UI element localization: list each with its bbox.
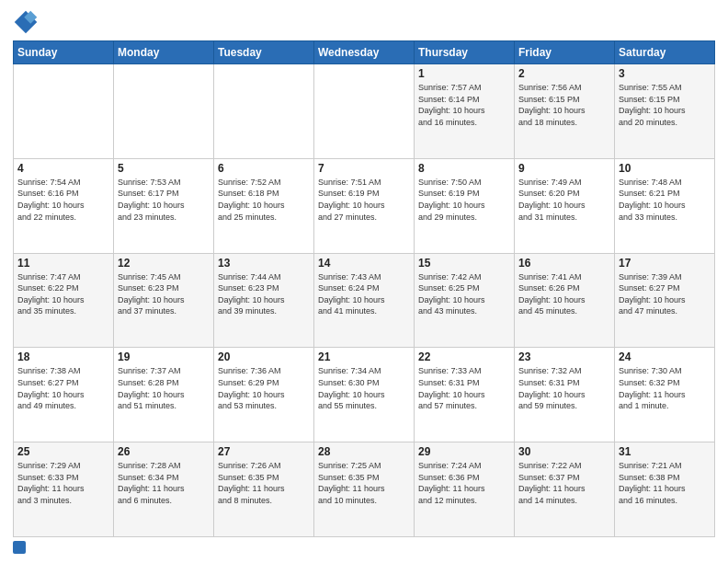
day-number: 12 — [118, 257, 210, 270]
day-number: 29 — [418, 445, 510, 458]
day-number: 4 — [17, 162, 109, 175]
day-number: 20 — [218, 350, 310, 363]
day-number: 26 — [118, 445, 210, 458]
calendar-table: SundayMondayTuesdayWednesdayThursdayFrid… — [13, 40, 715, 537]
day-number: 17 — [619, 257, 711, 270]
day-info: Sunrise: 7:24 AM Sunset: 6:36 PM Dayligh… — [418, 460, 510, 506]
logo-icon — [13, 9, 39, 35]
calendar-cell: 6Sunrise: 7:52 AM Sunset: 6:18 PM Daylig… — [214, 158, 314, 253]
day-number: 10 — [619, 162, 711, 175]
calendar-cell: 27Sunrise: 7:26 AM Sunset: 6:35 PM Dayli… — [214, 442, 314, 537]
day-info: Sunrise: 7:47 AM Sunset: 6:22 PM Dayligh… — [17, 271, 109, 317]
day-info: Sunrise: 7:28 AM Sunset: 6:34 PM Dayligh… — [118, 460, 210, 506]
logo — [13, 9, 42, 35]
day-number: 31 — [619, 445, 711, 458]
calendar-week-row: 1Sunrise: 7:57 AM Sunset: 6:14 PM Daylig… — [14, 64, 715, 159]
day-info: Sunrise: 7:25 AM Sunset: 6:35 PM Dayligh… — [318, 460, 410, 506]
day-number: 18 — [17, 350, 109, 363]
day-number: 1 — [418, 67, 510, 80]
calendar-cell: 5Sunrise: 7:53 AM Sunset: 6:17 PM Daylig… — [114, 158, 214, 253]
calendar-cell: 13Sunrise: 7:44 AM Sunset: 6:23 PM Dayli… — [214, 253, 314, 348]
calendar-header-saturday: Saturday — [615, 41, 715, 64]
calendar-cell: 21Sunrise: 7:34 AM Sunset: 6:30 PM Dayli… — [314, 348, 415, 442]
calendar-cell: 28Sunrise: 7:25 AM Sunset: 6:35 PM Dayli… — [314, 442, 415, 537]
calendar-week-row: 18Sunrise: 7:38 AM Sunset: 6:27 PM Dayli… — [14, 348, 715, 442]
day-info: Sunrise: 7:49 AM Sunset: 6:20 PM Dayligh… — [518, 177, 610, 223]
calendar-cell: 31Sunrise: 7:21 AM Sunset: 6:38 PM Dayli… — [615, 442, 715, 537]
day-info: Sunrise: 7:44 AM Sunset: 6:23 PM Dayligh… — [218, 271, 310, 317]
day-info: Sunrise: 7:34 AM Sunset: 6:30 PM Dayligh… — [318, 365, 410, 411]
calendar-cell: 2Sunrise: 7:56 AM Sunset: 6:15 PM Daylig… — [515, 64, 615, 159]
day-info: Sunrise: 7:53 AM Sunset: 6:17 PM Dayligh… — [118, 177, 210, 223]
calendar-header-row: SundayMondayTuesdayWednesdayThursdayFrid… — [14, 41, 715, 64]
calendar-cell: 14Sunrise: 7:43 AM Sunset: 6:24 PM Dayli… — [314, 253, 415, 348]
day-info: Sunrise: 7:37 AM Sunset: 6:28 PM Dayligh… — [118, 365, 210, 411]
page: SundayMondayTuesdayWednesdayThursdayFrid… — [0, 0, 728, 563]
day-number: 9 — [518, 162, 610, 175]
calendar-header-sunday: Sunday — [14, 41, 114, 64]
day-number: 15 — [418, 257, 510, 270]
day-number: 22 — [418, 350, 510, 363]
calendar-cell: 26Sunrise: 7:28 AM Sunset: 6:34 PM Dayli… — [114, 442, 214, 537]
calendar-week-row: 25Sunrise: 7:29 AM Sunset: 6:33 PM Dayli… — [14, 442, 715, 537]
day-info: Sunrise: 7:26 AM Sunset: 6:35 PM Dayligh… — [218, 460, 310, 506]
calendar-cell: 1Sunrise: 7:57 AM Sunset: 6:14 PM Daylig… — [415, 64, 515, 159]
day-info: Sunrise: 7:45 AM Sunset: 6:23 PM Dayligh… — [118, 271, 210, 317]
calendar-cell: 3Sunrise: 7:55 AM Sunset: 6:15 PM Daylig… — [615, 64, 715, 159]
day-info: Sunrise: 7:42 AM Sunset: 6:25 PM Dayligh… — [418, 271, 510, 317]
day-number: 23 — [518, 350, 610, 363]
day-number: 16 — [518, 257, 610, 270]
day-info: Sunrise: 7:41 AM Sunset: 6:26 PM Dayligh… — [518, 271, 610, 317]
calendar-header-wednesday: Wednesday — [314, 41, 415, 64]
calendar-cell: 9Sunrise: 7:49 AM Sunset: 6:20 PM Daylig… — [515, 158, 615, 253]
calendar-cell: 15Sunrise: 7:42 AM Sunset: 6:25 PM Dayli… — [415, 253, 515, 348]
calendar-header-friday: Friday — [515, 41, 615, 64]
calendar-cell: 8Sunrise: 7:50 AM Sunset: 6:19 PM Daylig… — [415, 158, 515, 253]
calendar-cell: 19Sunrise: 7:37 AM Sunset: 6:28 PM Dayli… — [114, 348, 214, 442]
legend — [13, 541, 715, 554]
day-number: 3 — [619, 67, 711, 80]
calendar-cell: 17Sunrise: 7:39 AM Sunset: 6:27 PM Dayli… — [615, 253, 715, 348]
day-number: 28 — [318, 445, 410, 458]
calendar-cell: 12Sunrise: 7:45 AM Sunset: 6:23 PM Dayli… — [114, 253, 214, 348]
calendar-cell: 11Sunrise: 7:47 AM Sunset: 6:22 PM Dayli… — [14, 253, 114, 348]
day-number: 6 — [218, 162, 310, 175]
calendar-week-row: 4Sunrise: 7:54 AM Sunset: 6:16 PM Daylig… — [14, 158, 715, 253]
calendar-header-thursday: Thursday — [415, 41, 515, 64]
header — [13, 9, 715, 35]
day-info: Sunrise: 7:50 AM Sunset: 6:19 PM Dayligh… — [418, 177, 510, 223]
day-info: Sunrise: 7:21 AM Sunset: 6:38 PM Dayligh… — [619, 460, 711, 506]
day-number: 5 — [118, 162, 210, 175]
calendar-cell: 4Sunrise: 7:54 AM Sunset: 6:16 PM Daylig… — [14, 158, 114, 253]
day-info: Sunrise: 7:39 AM Sunset: 6:27 PM Dayligh… — [619, 271, 711, 317]
calendar-cell — [214, 64, 314, 159]
day-info: Sunrise: 7:43 AM Sunset: 6:24 PM Dayligh… — [318, 271, 410, 317]
day-info: Sunrise: 7:29 AM Sunset: 6:33 PM Dayligh… — [17, 460, 109, 506]
calendar-week-row: 11Sunrise: 7:47 AM Sunset: 6:22 PM Dayli… — [14, 253, 715, 348]
day-info: Sunrise: 7:54 AM Sunset: 6:16 PM Dayligh… — [17, 177, 109, 223]
day-number: 27 — [218, 445, 310, 458]
calendar-cell: 10Sunrise: 7:48 AM Sunset: 6:21 PM Dayli… — [615, 158, 715, 253]
day-info: Sunrise: 7:48 AM Sunset: 6:21 PM Dayligh… — [619, 177, 711, 223]
calendar-cell: 20Sunrise: 7:36 AM Sunset: 6:29 PM Dayli… — [214, 348, 314, 442]
day-number: 19 — [118, 350, 210, 363]
calendar-cell: 25Sunrise: 7:29 AM Sunset: 6:33 PM Dayli… — [14, 442, 114, 537]
day-number: 11 — [17, 257, 109, 270]
day-number: 7 — [318, 162, 410, 175]
day-number: 14 — [318, 257, 410, 270]
day-number: 21 — [318, 350, 410, 363]
day-info: Sunrise: 7:51 AM Sunset: 6:19 PM Dayligh… — [318, 177, 410, 223]
calendar-cell: 7Sunrise: 7:51 AM Sunset: 6:19 PM Daylig… — [314, 158, 415, 253]
calendar-cell: 24Sunrise: 7:30 AM Sunset: 6:32 PM Dayli… — [615, 348, 715, 442]
calendar-cell: 29Sunrise: 7:24 AM Sunset: 6:36 PM Dayli… — [415, 442, 515, 537]
day-info: Sunrise: 7:30 AM Sunset: 6:32 PM Dayligh… — [619, 365, 711, 411]
calendar-cell — [114, 64, 214, 159]
day-info: Sunrise: 7:32 AM Sunset: 6:31 PM Dayligh… — [518, 365, 610, 411]
calendar-cell: 30Sunrise: 7:22 AM Sunset: 6:37 PM Dayli… — [515, 442, 615, 537]
calendar-cell: 23Sunrise: 7:32 AM Sunset: 6:31 PM Dayli… — [515, 348, 615, 442]
day-number: 13 — [218, 257, 310, 270]
day-info: Sunrise: 7:36 AM Sunset: 6:29 PM Dayligh… — [218, 365, 310, 411]
day-info: Sunrise: 7:57 AM Sunset: 6:14 PM Dayligh… — [418, 82, 510, 128]
day-info: Sunrise: 7:56 AM Sunset: 6:15 PM Dayligh… — [518, 82, 610, 128]
day-info: Sunrise: 7:55 AM Sunset: 6:15 PM Dayligh… — [619, 82, 711, 128]
